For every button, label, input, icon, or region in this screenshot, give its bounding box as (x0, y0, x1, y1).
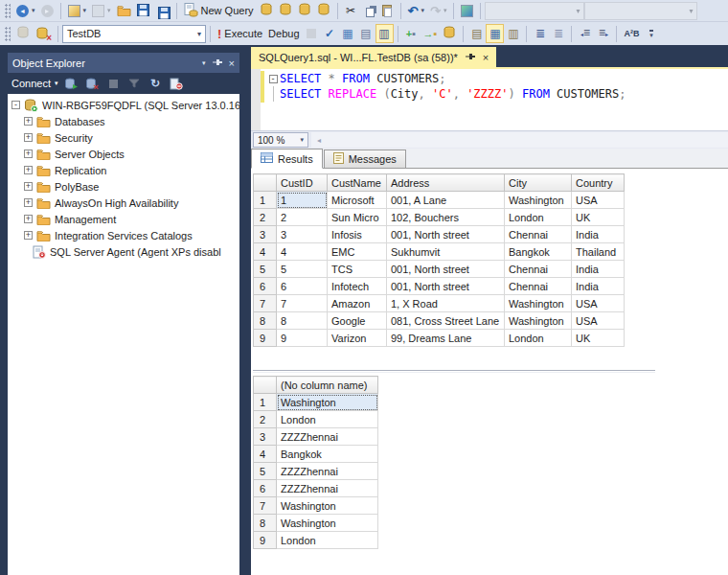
row-header[interactable]: 3 (254, 428, 277, 446)
parse-button[interactable]: ✓ (321, 24, 339, 43)
grid-cell[interactable]: Chennai (505, 261, 572, 278)
paste-button[interactable] (378, 1, 397, 20)
intellisense-toggle[interactable]: ▥ (375, 24, 394, 43)
disconnect-all-icon[interactable] (169, 76, 185, 92)
activity-monitor-button[interactable] (458, 1, 476, 20)
filter-icon[interactable] (126, 76, 143, 92)
grid-cell[interactable]: 081, Cross Street Lane (387, 312, 505, 330)
grid-cell[interactable]: ZZZZhennai (277, 480, 378, 497)
grid-cell[interactable]: 3 (277, 226, 328, 243)
expand-icon[interactable]: + (24, 198, 33, 207)
grid-cell[interactable]: India (572, 278, 625, 295)
tab-results[interactable]: Results (251, 149, 323, 169)
row-header[interactable]: 6 (254, 480, 277, 497)
tree-item-sql-server-agent[interactable]: SQL Server Agent (Agent XPs disabl (8, 243, 239, 260)
grid-cell[interactable]: Thailand (572, 243, 625, 261)
grid-cell[interactable]: EMC (328, 243, 387, 261)
connect-menu-button[interactable]: Connect▾ (11, 78, 58, 89)
decrease-indent-button[interactable]: ◂≡ (576, 24, 594, 43)
window-menu-icon[interactable]: ▾ (202, 59, 206, 67)
toolbar-grip[interactable] (5, 27, 11, 41)
column-header[interactable]: (No column name) (277, 377, 378, 394)
row-header[interactable]: 6 (254, 278, 277, 295)
grid-cell[interactable]: Infotech (328, 278, 387, 295)
column-header[interactable]: City (505, 174, 572, 192)
row-header[interactable]: 4 (254, 243, 277, 261)
tree-item-management[interactable]: +Management (8, 211, 239, 227)
grid-corner-cell[interactable] (254, 174, 277, 192)
save-all-button[interactable] (152, 1, 172, 20)
grid-cell[interactable]: 001, North street (387, 278, 505, 295)
row-header[interactable]: 2 (254, 411, 277, 428)
grid-cell[interactable]: ZZZZhennai (277, 428, 378, 446)
collapse-icon[interactable]: - (11, 101, 20, 109)
results-to-text-button[interactable]: ▤ (467, 24, 486, 43)
uncomment-lines-button[interactable]: ≣ (549, 24, 567, 43)
row-header[interactable]: 5 (254, 261, 277, 278)
grid-cell[interactable]: 99, Dreams Lane (387, 330, 505, 347)
save-button[interactable] (134, 1, 152, 20)
forward-button[interactable]: ▸ (38, 1, 57, 20)
column-header[interactable]: CustName (328, 174, 387, 192)
row-header[interactable]: 7 (254, 497, 277, 515)
tab-pin-icon[interactable] (466, 52, 475, 63)
query-document-tab[interactable]: SQLQuery1.sql - WI...FL.TestDB (sa (58))… (251, 47, 496, 67)
grid-cell[interactable]: Chennai (505, 226, 572, 243)
column-header[interactable]: Country (572, 174, 625, 192)
column-header[interactable]: Address (387, 174, 505, 192)
row-header[interactable]: 9 (254, 532, 277, 549)
row-header[interactable]: 1 (254, 394, 277, 411)
code-area[interactable]: -SELECT * FROM CUSTOMERS;SELECT REPLACE … (261, 69, 626, 130)
expand-icon[interactable]: + (24, 182, 33, 191)
comment-lines-button[interactable]: ≣ (531, 24, 549, 43)
tree-item-server-root[interactable]: -WIN-RBGF59FQDFL (SQL Server 13.0.16 (8, 97, 239, 113)
pin-icon[interactable] (213, 58, 222, 69)
grid-cell[interactable]: 7 (277, 295, 328, 312)
grid-cell[interactable]: London (277, 411, 378, 428)
debug-button[interactable]: Debug (265, 24, 302, 43)
open-file-button[interactable] (114, 1, 134, 20)
connect-button[interactable] (13, 24, 33, 43)
tab-close-icon[interactable]: × (483, 52, 489, 63)
change-connection-button[interactable]: × (33, 24, 54, 43)
grid-cell[interactable]: Google (328, 312, 387, 330)
row-header[interactable]: 8 (254, 312, 277, 330)
grid-cell[interactable]: UK (572, 209, 625, 226)
grid-cell[interactable]: Washington (505, 295, 572, 312)
grid-splitter[interactable] (253, 370, 655, 373)
grid-cell[interactable]: 001, North street (387, 226, 505, 243)
zoom-level-combo[interactable]: 100 % ▾ (253, 132, 308, 148)
tree-item-alwayson-high-availability[interactable]: +AlwaysOn High Availability (8, 195, 239, 211)
expand-icon[interactable]: + (24, 117, 33, 126)
increase-indent-button[interactable]: ≡▸ (594, 24, 612, 43)
grid-cell[interactable]: Varizon (328, 330, 387, 347)
disconnect-icon[interactable]: × (84, 76, 101, 92)
complete-word-button[interactable]: A²B (621, 24, 642, 43)
row-header[interactable]: 9 (254, 330, 277, 347)
grid-cell[interactable]: Sun Micro (328, 209, 387, 226)
row-header[interactable]: 1 (254, 192, 277, 209)
toolbar-combo-2[interactable]: ▾ (584, 2, 697, 20)
row-header[interactable]: 7 (254, 295, 277, 312)
tree-item-integration-services-catalogs[interactable]: +Integration Services Catalogs (8, 227, 239, 243)
row-header[interactable]: 8 (254, 515, 277, 532)
tab-messages[interactable]: Messages (324, 150, 406, 168)
grid-cell[interactable]: Washington (277, 394, 378, 411)
toolbar-combo-1[interactable]: ▾ (485, 2, 584, 20)
row-header[interactable]: 4 (254, 446, 277, 463)
grid-cell[interactable]: Microsoft (328, 192, 387, 209)
query-options-button[interactable]: ▤ (357, 24, 375, 43)
grid-cell[interactable]: 4 (277, 243, 328, 261)
toolbar-grip[interactable] (5, 4, 11, 18)
analysis-dmx-query-button[interactable] (295, 1, 314, 20)
grid-cell[interactable]: London (505, 209, 572, 226)
grid-cell[interactable]: 9 (277, 330, 328, 347)
database-engine-query-button[interactable] (257, 1, 276, 20)
grid-cell[interactable]: Bangkok (505, 243, 572, 261)
expand-icon[interactable]: + (24, 215, 33, 223)
expand-icon[interactable]: + (24, 150, 33, 158)
undo-button[interactable]: ↶▾ (405, 1, 427, 20)
grid-cell[interactable]: 8 (277, 312, 328, 330)
fold-collapse-icon[interactable]: - (266, 75, 280, 83)
grid-cell[interactable]: Washington (277, 515, 378, 532)
